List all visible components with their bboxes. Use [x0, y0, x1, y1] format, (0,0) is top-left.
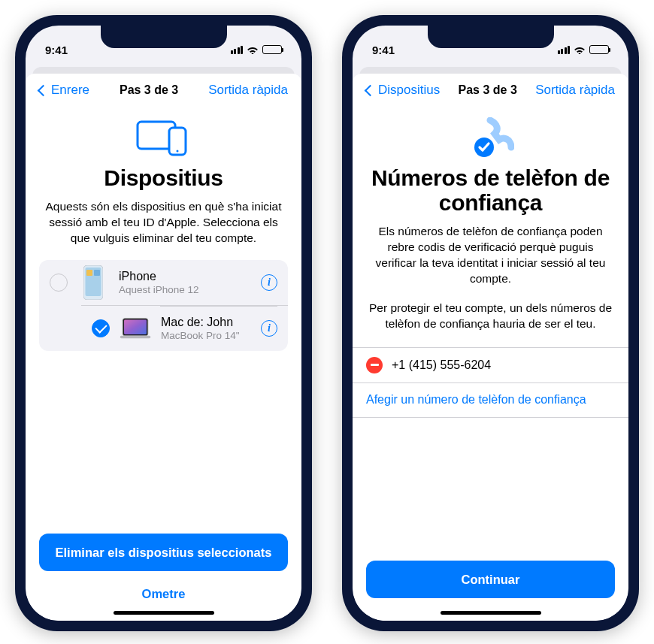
- page-subtitle: Els números de telèfon de confiança pode…: [366, 224, 615, 287]
- add-trusted-number-row[interactable]: Afegir un número de telèfon de confiança: [353, 382, 628, 417]
- sheet: Enrere Pas 3 de 3 Sortida ràpida Disposi…: [26, 74, 301, 621]
- home-indicator[interactable]: [441, 611, 541, 615]
- wifi-icon: [574, 45, 586, 54]
- home-indicator[interactable]: [114, 611, 214, 615]
- quick-exit-button[interactable]: Sortida ràpida: [535, 83, 615, 98]
- device-row[interactable]: Mac de: John MacBook Pro 14" i: [81, 305, 288, 351]
- back-button[interactable]: Dispositius: [366, 83, 440, 98]
- trusted-phone-hero-icon: [366, 117, 615, 159]
- checkbox[interactable]: [50, 274, 68, 292]
- back-button[interactable]: Enrere: [39, 83, 89, 98]
- remove-icon[interactable]: [366, 357, 383, 373]
- continue-button[interactable]: Continuar: [366, 561, 615, 598]
- macbook-thumbnail-icon: [119, 312, 152, 345]
- info-button[interactable]: i: [261, 274, 277, 291]
- quick-exit-button[interactable]: Sortida ràpida: [208, 83, 288, 98]
- svg-point-2: [176, 150, 178, 153]
- iphone-thumbnail-icon: [77, 266, 110, 299]
- svg-rect-9: [120, 335, 150, 338]
- devices-hero-icon: [39, 117, 288, 159]
- page-title: Dispositius: [39, 165, 288, 190]
- notch: [428, 26, 554, 48]
- skip-button[interactable]: Ometre: [39, 580, 288, 607]
- nav-bar: Dispositius Pas 3 de 3 Sortida ràpida: [366, 74, 615, 107]
- step-indicator: Pas 3 de 3: [120, 83, 178, 97]
- status-time: 9:41: [372, 44, 395, 56]
- wifi-icon: [247, 45, 259, 54]
- svg-rect-5: [86, 270, 92, 276]
- info-button[interactable]: i: [261, 320, 277, 337]
- remove-devices-button[interactable]: Eliminar els dispositius seleccionats: [39, 534, 288, 571]
- trusted-number-value: +1 (415) 555-6204: [392, 358, 491, 372]
- svg-rect-8: [124, 319, 147, 334]
- screen: 9:41 Enrere Pas 3 de 3 Sortida ràpida: [26, 26, 301, 621]
- page-subtitle: Aquests són els dispositius en què s'ha …: [39, 199, 288, 246]
- trusted-numbers-list: +1 (415) 555-6204 Afegir un número de te…: [353, 347, 628, 418]
- device-model: MacBook Pro 14": [161, 330, 252, 341]
- device-model: Aquest iPhone 12: [119, 284, 252, 295]
- phone-frame-right: 9:41 Dispositius Pas 3 de 3 Sortida ràpi…: [342, 15, 639, 631]
- battery-icon: [589, 45, 609, 54]
- status-time: 9:41: [45, 44, 68, 56]
- page-title: Números de telèfon de confiança: [366, 165, 615, 215]
- device-list: iPhone Aquest iPhone 12 i Mac de: John M…: [39, 260, 288, 351]
- page-subtitle-2: Per protegir el teu compte, un dels núme…: [366, 301, 615, 332]
- svg-rect-6: [94, 270, 100, 276]
- phone-frame-left: 9:41 Enrere Pas 3 de 3 Sortida ràpida: [15, 15, 312, 631]
- step-indicator: Pas 3 de 3: [459, 83, 517, 97]
- checkbox-checked[interactable]: [92, 319, 110, 337]
- signal-icon: [558, 46, 571, 54]
- sheet: Dispositius Pas 3 de 3 Sortida ràpida Nú…: [353, 74, 628, 621]
- device-row[interactable]: iPhone Aquest iPhone 12 i: [39, 260, 288, 305]
- add-trusted-number-link[interactable]: Afegir un número de telèfon de confiança: [366, 393, 586, 407]
- trusted-number-row[interactable]: +1 (415) 555-6204: [353, 348, 628, 382]
- signal-icon: [231, 46, 244, 54]
- device-name: iPhone: [119, 270, 252, 283]
- notch: [101, 26, 227, 48]
- device-name: Mac de: John: [161, 316, 252, 329]
- battery-icon: [262, 45, 282, 54]
- nav-bar: Enrere Pas 3 de 3 Sortida ràpida: [39, 74, 288, 107]
- screen: 9:41 Dispositius Pas 3 de 3 Sortida ràpi…: [353, 26, 628, 621]
